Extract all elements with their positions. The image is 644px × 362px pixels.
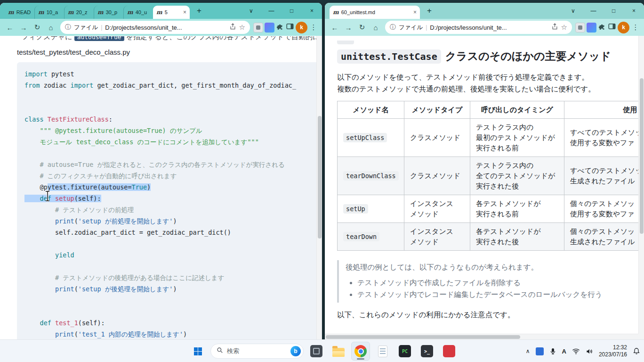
forward-button[interactable]: → — [17, 21, 30, 33]
close-button[interactable]: × — [624, 3, 644, 19]
tab-label: 20_z — [76, 9, 90, 15]
windows-logo-icon — [194, 347, 202, 355]
tab-label: 10_a — [47, 9, 61, 15]
taskbar-clock[interactable]: 12:32 2023/07/16 — [599, 344, 627, 358]
taskbar-pycharm[interactable]: PC — [395, 342, 414, 361]
code-token — [24, 319, 40, 327]
code-token: 'setup が後処理を開始します' — [78, 285, 173, 293]
browser-menu-icon[interactable]: ⋮ — [309, 23, 318, 32]
taskbar-chrome[interactable] — [351, 342, 370, 361]
volume-icon[interactable] — [586, 348, 593, 355]
new-tab-button[interactable]: + — [193, 5, 205, 17]
code-token: : — [109, 115, 113, 123]
side-panel-icon[interactable] — [286, 22, 294, 33]
back-button[interactable]: ← — [329, 21, 341, 33]
dark-app-icon — [310, 345, 322, 357]
forward-button[interactable]: → — [342, 21, 354, 33]
bookmark-star-icon[interactable]: ☆ — [561, 23, 567, 32]
tab-10_a[interactable]: m10_a — [34, 6, 64, 19]
browser-menu-icon[interactable]: ⋮ — [631, 23, 640, 32]
tab-close-icon[interactable]: × — [183, 9, 186, 16]
blockquote-text: 後処理の例としては、以下のようなものが考えられます。 — [346, 262, 644, 272]
folder-icon — [332, 348, 345, 357]
tab-60-unittest[interactable]: m 60_unittest.md × — [330, 6, 420, 19]
ime-mode-indicator[interactable]: A — [562, 348, 566, 355]
url-text[interactable]: D:/projects/lessons/unit_te... — [430, 24, 548, 31]
bookmark-star-icon[interactable]: ☆ — [239, 23, 245, 32]
profile-avatar[interactable]: k — [618, 22, 629, 33]
microphone-icon[interactable] — [549, 348, 556, 355]
taskbar-terminal[interactable]: >_ — [418, 342, 436, 361]
table-row: tearDownインスタンス メソッド各テストメソッドが 実行された後個々のテス… — [338, 223, 644, 251]
close-button[interactable]: × — [302, 3, 322, 19]
minimize-button[interactable]: — — [261, 3, 282, 19]
tab-search-button[interactable]: ∨ — [563, 3, 583, 19]
side-panel-icon[interactable] — [608, 22, 616, 33]
scrollbar-thumb[interactable] — [326, 335, 520, 339]
share-icon[interactable] — [229, 23, 236, 32]
tabs-container: m 60_unittest.md × — [330, 6, 420, 19]
vertical-scrollbar[interactable] — [638, 36, 644, 334]
windows-taskbar: 検索 b PC >_ ∧ A 12:32 2023/07/16 — [0, 339, 644, 362]
code-line — [24, 238, 312, 249]
tab-30_p[interactable]: m30_p — [94, 6, 123, 19]
tabs-container: mREADm10_am20_zm30_pm40_um5× — [5, 6, 190, 19]
tray-app-icon[interactable] — [536, 347, 544, 355]
taskbar-search[interactable]: 検索 b — [210, 344, 304, 359]
table-cell-method-type: インスタンス メソッド — [404, 195, 470, 223]
code-token — [24, 251, 55, 259]
table-cell-method-type: インスタンス メソッド — [404, 223, 470, 251]
tab-40_u[interactable]: m40_u — [123, 6, 153, 19]
code-token — [44, 115, 48, 123]
table-cell-method-name: setUp — [338, 195, 404, 223]
home-button[interactable]: ⌂ — [370, 21, 382, 33]
extension-icon-1[interactable] — [575, 23, 585, 33]
address-bar[interactable]: ⓘ ファイル | D:/projects/lessons/unit_te... … — [60, 21, 250, 34]
extension-icon-1[interactable] — [253, 23, 263, 33]
code-block[interactable]: import pytestfrom zodiac import get_zodi… — [17, 62, 319, 339]
extension-icon-2[interactable] — [265, 23, 274, 33]
search-placeholder: 検索 — [227, 347, 287, 355]
back-button[interactable]: ← — [4, 21, 16, 33]
extensions-puzzle-icon[interactable] — [276, 22, 284, 33]
network-icon[interactable] — [572, 348, 580, 355]
tab-search-button[interactable]: ∨ — [241, 3, 261, 19]
scrollbar-thumb[interactable] — [640, 78, 644, 234]
reload-button[interactable]: ↻ — [356, 21, 368, 33]
address-bar[interactable]: ⓘ ファイル | D:/projects/lessons/unit_te... … — [385, 21, 572, 34]
reload-button[interactable]: ↻ — [31, 21, 43, 33]
chrome-icon — [354, 345, 367, 357]
extension-icon-2[interactable] — [587, 23, 596, 33]
taskbar-app-red[interactable] — [440, 342, 459, 361]
maximize-button[interactable]: □ — [282, 3, 302, 19]
taskbar-notepad[interactable] — [373, 342, 392, 361]
taskbar-app-dark[interactable] — [307, 342, 326, 361]
home-button[interactable]: ⌂ — [45, 21, 57, 33]
code-token: # このフィクスチャが自動的に呼び出されます — [24, 172, 177, 180]
start-button[interactable] — [188, 342, 207, 361]
horizontal-scrollbar[interactable] — [325, 334, 638, 339]
url-text[interactable]: D:/projects/lessons/unit_te... — [105, 24, 226, 31]
tab-5[interactable]: m5× — [153, 6, 190, 19]
vertical-scrollbar[interactable] — [316, 36, 322, 339]
tab-close-icon[interactable]: × — [413, 9, 417, 16]
text-cursor — [44, 190, 51, 204]
taskbar-file-explorer[interactable] — [329, 342, 348, 361]
new-tab-button[interactable]: + — [423, 5, 435, 17]
scrollbar-thumb[interactable] — [318, 116, 322, 239]
maximize-button[interactable]: □ — [604, 3, 624, 19]
window-controls: ∨ — □ × — [563, 3, 644, 19]
notification-bell-icon[interactable] — [633, 347, 640, 355]
tab-READ[interactable]: mREAD — [5, 6, 34, 19]
blockquote: 後処理の例としては、以下のようなものが考えられます。 テストメソッド内で作成した… — [337, 260, 644, 303]
share-icon[interactable] — [551, 23, 558, 32]
code-line — [24, 91, 312, 102]
site-info-icon[interactable]: ⓘ — [65, 23, 71, 32]
extensions-puzzle-icon[interactable] — [598, 22, 606, 33]
tray-chevron-icon[interactable]: ∧ — [526, 348, 530, 354]
code-token: ) — [173, 285, 177, 293]
profile-avatar[interactable]: k — [296, 22, 307, 33]
site-info-icon[interactable]: ⓘ — [390, 23, 396, 32]
minimize-button[interactable]: — — [583, 3, 604, 19]
tab-20_z[interactable]: m20_z — [64, 6, 94, 19]
